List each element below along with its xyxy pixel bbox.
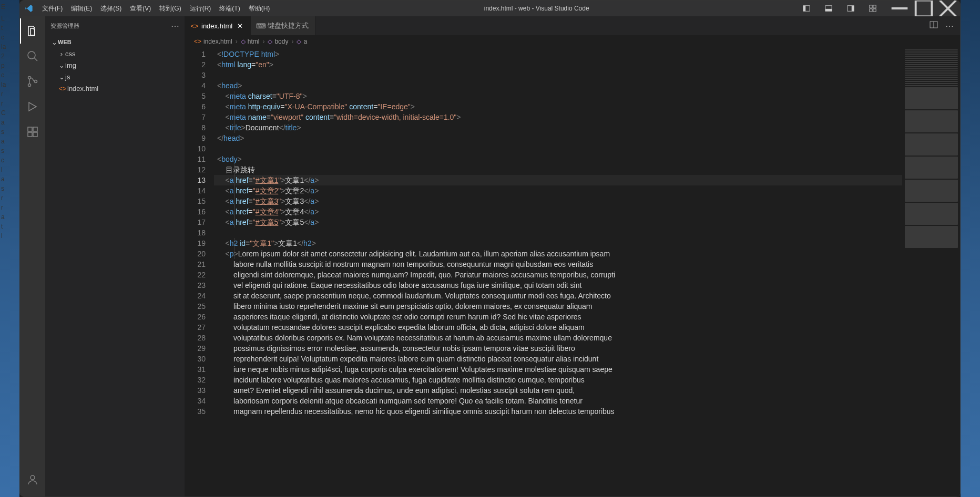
editor-more-icon[interactable]: ⋯ [945, 21, 954, 31]
code-line[interactable]: </head> [214, 133, 902, 143]
code-line[interactable]: <!DOCTYPE html> [214, 49, 902, 59]
code-line[interactable]: reprehenderit culpa! Voluptatum expedita… [214, 354, 902, 364]
code-line[interactable]: <meta name="viewport" content="width=dev… [214, 112, 902, 122]
line-number[interactable]: 15 [185, 196, 206, 206]
line-number[interactable]: 7 [185, 112, 206, 122]
close-icon[interactable]: ✕ [236, 22, 244, 30]
explorer-icon[interactable] [20, 18, 45, 44]
code-line[interactable]: magnam repellendus necessitatibus, nemo … [214, 406, 902, 417]
code-line[interactable]: voluptatibus doloribus corporis ex. Nam … [214, 333, 902, 343]
code-line[interactable]: possimus dignissimos error molestiae, as… [214, 343, 902, 354]
customize-layout-icon[interactable] [865, 1, 880, 16]
line-number[interactable]: 32 [185, 375, 206, 385]
menu-item[interactable]: 转到(G) [155, 1, 185, 16]
breadcrumb-item[interactable]: ◇body [268, 38, 288, 45]
tree-file[interactable]: <>index.html [45, 82, 185, 94]
code-line[interactable] [214, 227, 902, 238]
line-number[interactable]: 23 [185, 280, 206, 291]
line-number[interactable]: 13 [185, 175, 206, 185]
menu-item[interactable]: 运行(R) [186, 1, 216, 16]
code-line[interactable]: amet? Eveniet eligendi nihil assumenda d… [214, 385, 902, 396]
line-number[interactable]: 4 [185, 80, 206, 91]
code-line[interactable]: iure neque nobis minus adipi4sci, fuga c… [214, 364, 902, 375]
line-number[interactable]: 1 [185, 49, 206, 59]
editor-tab[interactable]: <>index.html✕ [185, 16, 251, 35]
line-number[interactable]: 20 [185, 248, 206, 259]
line-number[interactable]: 24 [185, 291, 206, 301]
line-number[interactable]: 22 [185, 270, 206, 280]
line-number[interactable]: 34 [185, 396, 206, 406]
line-number[interactable]: 25 [185, 301, 206, 312]
code-line[interactable]: 目录跳转 [214, 164, 902, 175]
line-number[interactable]: 28 [185, 333, 206, 343]
line-number[interactable]: 9 [185, 133, 206, 143]
code-line[interactable]: voluptatum recusandae dolores suscipit e… [214, 322, 902, 333]
line-number[interactable]: 10 [185, 143, 206, 154]
tree-root[interactable]: ⌄ WEB [45, 36, 185, 48]
line-number[interactable]: 11 [185, 154, 206, 164]
toggle-panel-left-icon[interactable] [799, 1, 814, 16]
editor-tab[interactable]: ⌨键盘快捷方式 [251, 16, 315, 35]
extensions-icon[interactable] [20, 119, 45, 144]
line-number[interactable]: 17 [185, 217, 206, 227]
maximize-button[interactable] [912, 1, 936, 16]
line-number[interactable]: 29 [185, 343, 206, 354]
code-line[interactable]: <a href="#文章3">文章3</a> [214, 196, 902, 206]
close-button[interactable] [936, 1, 960, 16]
tree-folder[interactable]: ›css [45, 48, 185, 59]
line-number[interactable]: 33 [185, 385, 206, 396]
code-line[interactable]: <head> [214, 80, 902, 91]
code-line[interactable] [214, 143, 902, 154]
line-number[interactable]: 6 [185, 101, 206, 112]
line-number[interactable]: 8 [185, 122, 206, 133]
breadcrumb-item[interactable]: ◇a [297, 38, 307, 45]
line-number[interactable]: 2 [185, 59, 206, 70]
code-line[interactable] [214, 70, 902, 80]
minimize-button[interactable] [887, 1, 912, 16]
line-number[interactable]: 31 [185, 364, 206, 375]
line-number[interactable]: 16 [185, 206, 206, 217]
source-control-icon[interactable] [20, 69, 45, 94]
accounts-icon[interactable] [20, 467, 45, 492]
tree-folder[interactable]: ⌄js [45, 71, 185, 82]
code-line[interactable]: <body> [214, 154, 902, 164]
split-editor-icon[interactable] [930, 20, 938, 31]
toggle-panel-right-icon[interactable] [843, 1, 858, 16]
menu-item[interactable]: 终端(T) [215, 1, 244, 16]
sidebar-more-icon[interactable]: ⋯ [171, 21, 179, 31]
line-number[interactable]: 18 [185, 227, 206, 238]
line-number[interactable]: 3 [185, 70, 206, 80]
code-line[interactable]: <title>Document</title> [214, 122, 902, 133]
code-line[interactable]: <meta charset="UTF-8"> [214, 91, 902, 101]
code-line[interactable]: libero minima iusto reprehenderit maxime… [214, 301, 902, 312]
line-number[interactable]: 14 [185, 185, 206, 196]
code-line[interactable]: laboriosam corporis deleniti atque obcae… [214, 396, 902, 406]
code-line[interactable]: <html lang="en"> [214, 59, 902, 70]
code-editor[interactable]: <!DOCTYPE html><html lang="en"> <head> <… [214, 48, 902, 496]
code-line[interactable]: <h2 id="文章1">文章1</h2> [214, 238, 902, 248]
line-number[interactable]: 26 [185, 312, 206, 322]
code-line[interactable]: <a href="#文章1">文章1</a> [214, 175, 902, 185]
menu-item[interactable]: 选择(S) [96, 1, 126, 16]
code-line[interactable]: eligendi sint doloremque, placeat maiore… [214, 270, 902, 280]
code-line[interactable]: asperiores itaque eligendi, at distincti… [214, 312, 902, 322]
tree-folder[interactable]: ⌄img [45, 59, 185, 71]
run-debug-icon[interactable] [20, 94, 45, 119]
line-number[interactable]: 5 [185, 91, 206, 101]
minimap[interactable] [902, 48, 960, 496]
search-icon[interactable] [20, 44, 45, 69]
menu-item[interactable]: 文件(F) [38, 1, 67, 16]
line-number[interactable]: 27 [185, 322, 206, 333]
code-line[interactable]: incidunt labore voluptatibus quas maiore… [214, 375, 902, 385]
code-line[interactable]: <p>Lorem ipsum dolor sit amet consectetu… [214, 248, 902, 259]
code-line[interactable]: <a href="#文章4">文章4</a> [214, 206, 902, 217]
menu-item[interactable]: 查看(V) [126, 1, 155, 16]
line-number[interactable]: 12 [185, 164, 206, 175]
code-line[interactable]: <a href="#文章5">文章5</a> [214, 217, 902, 227]
menu-item[interactable]: 编辑(E) [67, 1, 96, 16]
breadcrumb-item[interactable]: ◇html [241, 38, 260, 45]
breadcrumb-item[interactable]: <>index.html [194, 38, 232, 45]
code-line[interactable]: <meta http-equiv="X-UA-Compatible" conte… [214, 101, 902, 112]
code-line[interactable]: vel eligendi qui ratione. Eaque necessit… [214, 280, 902, 291]
line-number[interactable]: 21 [185, 259, 206, 270]
